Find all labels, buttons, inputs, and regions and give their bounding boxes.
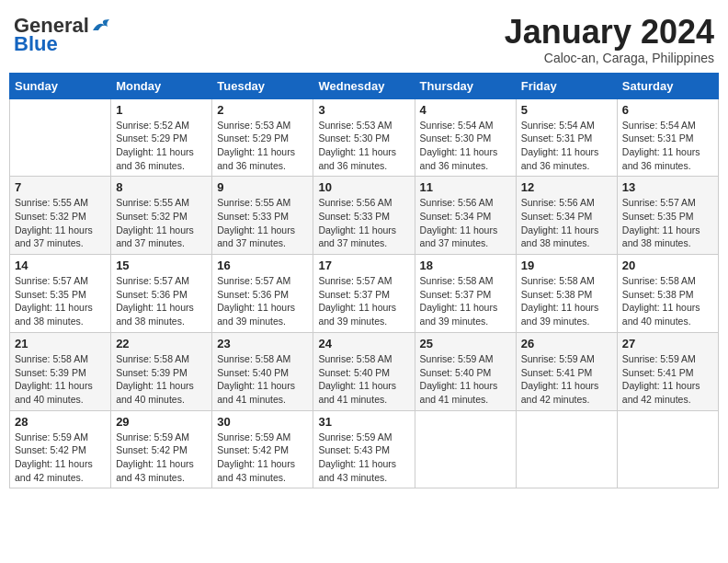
calendar-cell: 24Sunrise: 5:58 AM Sunset: 5:40 PM Dayli… — [313, 332, 415, 410]
day-number: 1 — [116, 103, 207, 117]
day-number: 11 — [420, 180, 511, 194]
day-number: 22 — [116, 337, 207, 350]
day-info: Sunrise: 5:59 AM Sunset: 5:42 PM Dayligh… — [15, 431, 106, 485]
day-info: Sunrise: 5:57 AM Sunset: 5:36 PM Dayligh… — [217, 274, 308, 328]
calendar-cell: 20Sunrise: 5:58 AM Sunset: 5:38 PM Dayli… — [617, 255, 718, 333]
day-info: Sunrise: 5:55 AM Sunset: 5:33 PM Dayligh… — [217, 196, 308, 250]
day-info: Sunrise: 5:59 AM Sunset: 5:41 PM Dayligh… — [521, 352, 612, 407]
logo-bird-icon — [91, 17, 111, 34]
day-number: 29 — [116, 415, 207, 429]
day-info: Sunrise: 5:53 AM Sunset: 5:30 PM Dayligh… — [318, 119, 409, 173]
day-number: 10 — [318, 180, 409, 194]
day-info: Sunrise: 5:59 AM Sunset: 5:40 PM Dayligh… — [420, 352, 511, 407]
calendar-body: 1Sunrise: 5:52 AM Sunset: 5:29 PM Daylig… — [10, 98, 719, 488]
calendar-cell — [415, 410, 516, 488]
day-number: 27 — [622, 337, 713, 350]
day-info: Sunrise: 5:57 AM Sunset: 5:36 PM Dayligh… — [116, 274, 207, 328]
calendar-cell: 9Sunrise: 5:55 AM Sunset: 5:33 PM Daylig… — [212, 177, 313, 255]
column-header-tuesday: Tuesday — [212, 73, 313, 98]
page-header: General Blue January 2024 Caloc-an, Cara… — [9, 9, 719, 65]
day-number: 15 — [116, 259, 207, 272]
calendar-cell: 12Sunrise: 5:56 AM Sunset: 5:34 PM Dayli… — [516, 177, 617, 255]
day-number: 9 — [217, 180, 308, 194]
logo-blue: Blue — [14, 32, 58, 56]
day-info: Sunrise: 5:56 AM Sunset: 5:34 PM Dayligh… — [420, 196, 511, 250]
day-number: 28 — [15, 415, 106, 429]
calendar-header-row: SundayMondayTuesdayWednesdayThursdayFrid… — [10, 73, 719, 98]
day-info: Sunrise: 5:57 AM Sunset: 5:37 PM Dayligh… — [318, 274, 409, 328]
day-info: Sunrise: 5:54 AM Sunset: 5:31 PM Dayligh… — [521, 119, 612, 173]
calendar-cell: 27Sunrise: 5:59 AM Sunset: 5:41 PM Dayli… — [617, 332, 718, 410]
day-number: 31 — [318, 415, 409, 429]
calendar-cell: 2Sunrise: 5:53 AM Sunset: 5:29 PM Daylig… — [212, 98, 313, 177]
calendar-cell: 21Sunrise: 5:58 AM Sunset: 5:39 PM Dayli… — [10, 332, 111, 410]
day-number: 3 — [318, 103, 409, 117]
calendar-cell: 10Sunrise: 5:56 AM Sunset: 5:33 PM Dayli… — [313, 177, 415, 255]
column-header-thursday: Thursday — [415, 73, 516, 98]
day-number: 19 — [521, 259, 612, 272]
day-info: Sunrise: 5:54 AM Sunset: 5:31 PM Dayligh… — [622, 119, 713, 173]
calendar-cell: 14Sunrise: 5:57 AM Sunset: 5:35 PM Dayli… — [10, 255, 111, 333]
column-header-sunday: Sunday — [10, 73, 111, 98]
day-info: Sunrise: 5:56 AM Sunset: 5:34 PM Dayligh… — [521, 196, 612, 250]
calendar-cell: 13Sunrise: 5:57 AM Sunset: 5:35 PM Dayli… — [617, 177, 718, 255]
calendar-cell: 15Sunrise: 5:57 AM Sunset: 5:36 PM Dayli… — [111, 255, 212, 333]
day-info: Sunrise: 5:58 AM Sunset: 5:40 PM Dayligh… — [217, 352, 308, 407]
calendar-cell: 26Sunrise: 5:59 AM Sunset: 5:41 PM Dayli… — [516, 332, 617, 410]
calendar-cell: 22Sunrise: 5:58 AM Sunset: 5:39 PM Dayli… — [111, 332, 212, 410]
calendar-title: January 2024 — [505, 14, 714, 51]
day-info: Sunrise: 5:59 AM Sunset: 5:43 PM Dayligh… — [318, 431, 409, 485]
calendar-cell: 19Sunrise: 5:58 AM Sunset: 5:38 PM Dayli… — [516, 255, 617, 333]
calendar-cell: 28Sunrise: 5:59 AM Sunset: 5:42 PM Dayli… — [10, 410, 111, 488]
day-info: Sunrise: 5:53 AM Sunset: 5:29 PM Dayligh… — [217, 119, 308, 173]
day-info: Sunrise: 5:58 AM Sunset: 5:39 PM Dayligh… — [116, 352, 207, 407]
column-header-wednesday: Wednesday — [313, 73, 415, 98]
day-info: Sunrise: 5:58 AM Sunset: 5:37 PM Dayligh… — [420, 274, 511, 328]
calendar-cell: 16Sunrise: 5:57 AM Sunset: 5:36 PM Dayli… — [212, 255, 313, 333]
day-info: Sunrise: 5:59 AM Sunset: 5:42 PM Dayligh… — [116, 431, 207, 485]
day-number: 21 — [15, 337, 106, 350]
day-number: 14 — [15, 259, 106, 272]
day-number: 4 — [420, 103, 511, 117]
logo: General Blue — [14, 14, 111, 56]
column-header-saturday: Saturday — [617, 73, 718, 98]
calendar-subtitle: Caloc-an, Caraga, Philippines — [505, 51, 714, 65]
calendar-cell: 1Sunrise: 5:52 AM Sunset: 5:29 PM Daylig… — [111, 98, 212, 177]
calendar-cell: 17Sunrise: 5:57 AM Sunset: 5:37 PM Dayli… — [313, 255, 415, 333]
calendar-cell: 30Sunrise: 5:59 AM Sunset: 5:42 PM Dayli… — [212, 410, 313, 488]
day-number: 2 — [217, 103, 308, 117]
day-number: 18 — [420, 259, 511, 272]
calendar-week-row: 14Sunrise: 5:57 AM Sunset: 5:35 PM Dayli… — [10, 255, 719, 333]
day-number: 24 — [318, 337, 409, 350]
column-header-friday: Friday — [516, 73, 617, 98]
calendar-cell: 11Sunrise: 5:56 AM Sunset: 5:34 PM Dayli… — [415, 177, 516, 255]
day-number: 20 — [622, 259, 713, 272]
day-number: 17 — [318, 259, 409, 272]
day-number: 26 — [521, 337, 612, 350]
day-info: Sunrise: 5:58 AM Sunset: 5:38 PM Dayligh… — [622, 274, 713, 328]
calendar-cell: 31Sunrise: 5:59 AM Sunset: 5:43 PM Dayli… — [313, 410, 415, 488]
day-info: Sunrise: 5:59 AM Sunset: 5:41 PM Dayligh… — [622, 352, 713, 407]
day-number: 30 — [217, 415, 308, 429]
day-info: Sunrise: 5:58 AM Sunset: 5:38 PM Dayligh… — [521, 274, 612, 328]
calendar-cell: 25Sunrise: 5:59 AM Sunset: 5:40 PM Dayli… — [415, 332, 516, 410]
calendar-week-row: 7Sunrise: 5:55 AM Sunset: 5:32 PM Daylig… — [10, 177, 719, 255]
calendar-cell: 8Sunrise: 5:55 AM Sunset: 5:32 PM Daylig… — [111, 177, 212, 255]
day-info: Sunrise: 5:57 AM Sunset: 5:35 PM Dayligh… — [622, 196, 713, 250]
day-info: Sunrise: 5:57 AM Sunset: 5:35 PM Dayligh… — [15, 274, 106, 328]
day-number: 6 — [622, 103, 713, 117]
day-number: 5 — [521, 103, 612, 117]
calendar-table: SundayMondayTuesdayWednesdayThursdayFrid… — [9, 73, 719, 489]
calendar-cell: 18Sunrise: 5:58 AM Sunset: 5:37 PM Dayli… — [415, 255, 516, 333]
calendar-cell: 4Sunrise: 5:54 AM Sunset: 5:30 PM Daylig… — [415, 98, 516, 177]
day-number: 8 — [116, 180, 207, 194]
day-info: Sunrise: 5:54 AM Sunset: 5:30 PM Dayligh… — [420, 119, 511, 173]
day-number: 13 — [622, 180, 713, 194]
calendar-cell — [10, 98, 111, 177]
day-info: Sunrise: 5:56 AM Sunset: 5:33 PM Dayligh… — [318, 196, 409, 250]
calendar-cell: 29Sunrise: 5:59 AM Sunset: 5:42 PM Dayli… — [111, 410, 212, 488]
calendar-week-row: 21Sunrise: 5:58 AM Sunset: 5:39 PM Dayli… — [10, 332, 719, 410]
day-number: 16 — [217, 259, 308, 272]
day-number: 23 — [217, 337, 308, 350]
day-number: 25 — [420, 337, 511, 350]
